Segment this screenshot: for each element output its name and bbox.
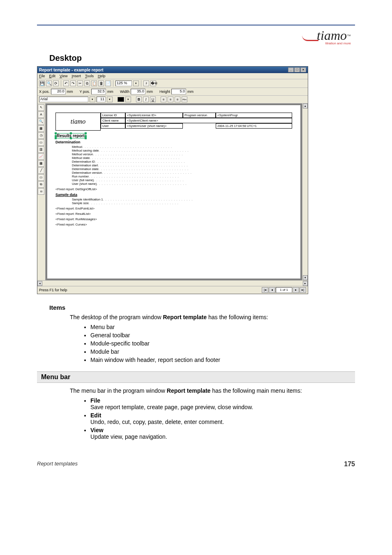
progver-label[interactable]: Program version: [183, 113, 216, 118]
font-name[interactable]: Arial: [39, 97, 88, 102]
menu-edit[interactable]: Edit: [49, 74, 56, 78]
determination-row[interactable]: Method . . . . . . . . . . . . . . . . .…: [72, 145, 292, 149]
ypos-value[interactable]: 32.5: [91, 89, 106, 94]
determination-row[interactable]: Method version . . . . . . . . . . . . .…: [72, 152, 292, 156]
group-tool[interactable]: ⧉: [38, 181, 44, 188]
sample-row[interactable]: Sample size . . . . . . . . . . . . . . …: [72, 201, 292, 205]
comment-icon[interactable]: 📄: [105, 81, 111, 86]
nav-next[interactable]: ▸: [293, 287, 299, 293]
table-tool[interactable]: ▦: [38, 125, 44, 132]
font-name-dropdown[interactable]: ▾: [90, 97, 95, 102]
zoom-dropdown[interactable]: ▾: [133, 81, 139, 86]
user-label[interactable]: User: [101, 123, 125, 129]
cut-icon[interactable]: ✂: [77, 81, 83, 86]
underline-icon[interactable]: U: [150, 97, 156, 102]
report-tool[interactable]: ▥: [38, 146, 44, 153]
chart-tool[interactable]: 📈: [38, 153, 44, 160]
redo-icon[interactable]: ↷: [70, 81, 76, 86]
fixed-report-tag[interactable]: <Fixed report: EndPointList>: [55, 207, 292, 210]
determination-row[interactable]: Determination ID . . . . . . . . . . . .…: [72, 160, 292, 164]
page-tool[interactable]: ▭: [38, 139, 44, 146]
delete-icon[interactable]: 🗑: [98, 81, 104, 86]
time-tool[interactable]: ◷: [38, 132, 44, 139]
menu-tools[interactable]: Tools: [85, 74, 94, 78]
align-right-icon[interactable]: ≡: [175, 97, 180, 102]
copy-icon[interactable]: ⧉: [84, 81, 90, 86]
canvas-logo[interactable]: tiamo: [55, 113, 101, 131]
sampledata-heading[interactable]: Sample data: [55, 193, 292, 197]
report-canvas[interactable]: tiamo License ID <System\License ID> Pro…: [47, 105, 300, 279]
snap-icon[interactable]: �✲: [150, 81, 156, 86]
determination-row[interactable]: Determination state . . . . . . . . . . …: [72, 167, 292, 171]
determination-row[interactable]: Method saving date . . . . . . . . . . .…: [72, 149, 292, 152]
save-icon[interactable]: 💾: [39, 81, 45, 86]
scroll-up-arrow[interactable]: ▴: [303, 104, 308, 108]
auto-font-icon[interactable]: Abc: [182, 97, 187, 102]
preview-icon[interactable]: 🔍: [46, 81, 52, 86]
maximize-button[interactable]: □: [294, 67, 300, 72]
determination-row[interactable]: Determination start . . . . . . . . . . …: [72, 164, 292, 167]
ungroup-tool[interactable]: ⧈: [38, 188, 44, 195]
menu-help[interactable]: Help: [98, 74, 106, 78]
determination-row[interactable]: Run number . . . . . . . . . . . . . . .…: [72, 175, 292, 178]
width-value[interactable]: 35.0: [131, 89, 145, 94]
font-size-dropdown[interactable]: ▾: [107, 97, 113, 102]
brand-logo: tiamo™ titration and more: [37, 28, 355, 46]
align-left-icon[interactable]: ≡: [161, 97, 166, 102]
menu-file[interactable]: File: [39, 74, 45, 78]
zoom-input[interactable]: 125 %: [115, 81, 132, 86]
nav-first[interactable]: |◂: [262, 287, 268, 293]
menu-item-desc: ViewUpdate view, page navigation.: [90, 427, 355, 440]
paste-icon[interactable]: 📋: [91, 81, 97, 86]
determination-heading[interactable]: Determination: [55, 140, 292, 144]
items-list: Menu barGeneral toolbarModule-specific t…: [90, 324, 355, 363]
timestamp-value[interactable]: 2004-11-25 17:04:58 UTC+1: [216, 123, 292, 129]
refresh-icon[interactable]: ⟳: [53, 81, 59, 86]
bold-icon[interactable]: B: [136, 97, 142, 102]
image-tool[interactable]: ▦: [38, 160, 44, 167]
vertical-scrollbar[interactable]: ▴ ▾: [302, 104, 308, 280]
results-report-heading[interactable]: Results report: [55, 133, 86, 138]
nav-prev[interactable]: ◂: [269, 287, 275, 293]
scroll-down-arrow[interactable]: ▾: [303, 275, 308, 280]
fixed-report-tag[interactable]: <Fixed report: RunMessages>: [55, 217, 292, 221]
close-button[interactable]: ×: [300, 67, 306, 72]
licenseid-label[interactable]: License ID: [101, 113, 125, 118]
determination-row[interactable]: Method state . . . . . . . . . . . . . .…: [72, 156, 292, 160]
undo-icon[interactable]: ↶: [63, 81, 69, 86]
font-size[interactable]: 11: [97, 97, 106, 102]
minimize-button[interactable]: _: [288, 67, 294, 72]
line-tool[interactable]: ╱: [38, 167, 44, 174]
titlebar[interactable]: Report template - example report _ □ ×: [37, 67, 308, 73]
page-indicator[interactable]: 1 of 1: [276, 287, 292, 293]
horizontal-scrollbar[interactable]: ◂ ▸: [37, 280, 308, 286]
text-tool[interactable]: A: [38, 111, 44, 118]
fixed-detsignoff[interactable]: <Fixed report: DetSignOffList>: [55, 187, 292, 191]
xpos-value[interactable]: 20.0: [51, 89, 66, 94]
fixed-report-tag[interactable]: <Fixed report: Curves>: [55, 223, 292, 226]
determination-row[interactable]: User (short name) . . . . . . . . . . . …: [72, 182, 292, 186]
clientname-label[interactable]: Client name: [101, 118, 125, 123]
menu-insert[interactable]: Insert: [71, 74, 81, 78]
pointer-tool[interactable]: ↖: [38, 104, 44, 111]
determination-row[interactable]: User (full name) . . . . . . . . . . . .…: [72, 178, 292, 182]
sample-row[interactable]: Sample identification 1 . . . . . . . . …: [72, 198, 292, 201]
scroll-right-arrow[interactable]: ▸: [303, 281, 308, 286]
grid-icon[interactable]: ♯: [143, 81, 149, 86]
determination-row[interactable]: Determination version . . . . . . . . . …: [72, 171, 292, 175]
font-color[interactable]: [118, 97, 124, 102]
italic-icon[interactable]: I: [143, 97, 149, 102]
scroll-left-arrow[interactable]: ◂: [37, 281, 42, 286]
height-value[interactable]: 5.0: [171, 89, 186, 94]
font-color-dropdown[interactable]: ▾: [125, 97, 131, 102]
licenseid-value[interactable]: <System\License ID>: [125, 113, 183, 118]
rect-tool[interactable]: ▭: [38, 174, 44, 181]
align-center-icon[interactable]: ≡: [168, 97, 173, 102]
fixed-report-tag[interactable]: <Fixed report: ResultList>: [55, 212, 292, 216]
progver-value[interactable]: <System\Progr: [216, 113, 292, 118]
datafield-tool[interactable]: 🔍: [38, 118, 44, 125]
user-value[interactable]: <System\User (short name)>: [125, 123, 183, 129]
menu-view[interactable]: View: [60, 74, 67, 78]
clientname-value[interactable]: <System\Client name>: [125, 118, 292, 123]
nav-last[interactable]: ▸|: [300, 287, 306, 293]
